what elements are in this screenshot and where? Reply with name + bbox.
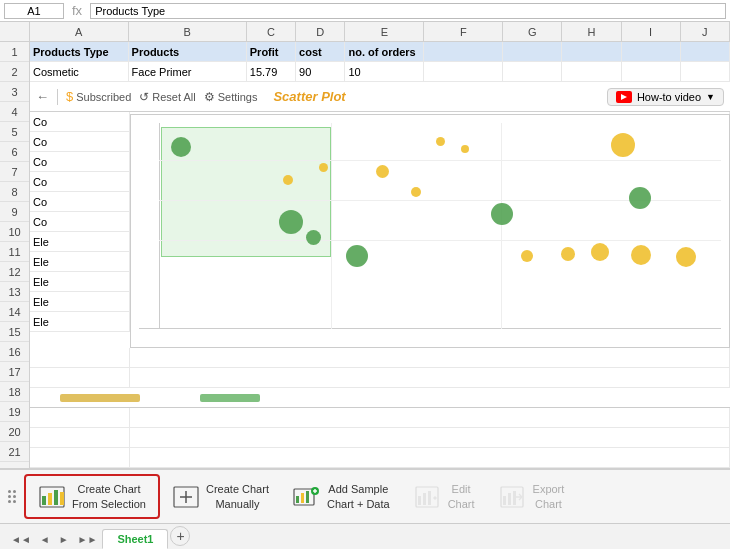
formula-input[interactable] xyxy=(90,3,726,19)
sheet-nav-prev[interactable]: ◄ xyxy=(37,533,53,546)
drag-dot xyxy=(13,495,16,498)
scroll-indicator-1 xyxy=(60,394,140,402)
add-sample-button[interactable]: Add SampleChart + Data xyxy=(281,476,402,517)
x-axis xyxy=(139,328,721,329)
grid-line-v2 xyxy=(501,123,502,329)
cell-a23[interactable] xyxy=(30,448,130,467)
row-num-14: 14 xyxy=(0,302,29,322)
cell-f2[interactable] xyxy=(424,62,503,81)
cell-a11[interactable]: Ele xyxy=(30,252,130,271)
drag-dot xyxy=(13,500,16,503)
svg-rect-16 xyxy=(418,496,421,505)
cell-a9[interactable]: Co xyxy=(30,212,130,231)
cell-a6[interactable]: Co xyxy=(30,152,130,171)
back-icon[interactable]: ← xyxy=(36,89,49,104)
row-num-18: 18 xyxy=(0,382,29,402)
cell-h1[interactable] xyxy=(562,42,621,61)
cell-c1[interactable]: Profit xyxy=(247,42,296,61)
cell-a14[interactable]: Ele xyxy=(30,312,130,331)
cell-a12[interactable]: Ele xyxy=(30,272,130,291)
cell-a4[interactable]: Co xyxy=(30,112,130,131)
cell-b1[interactable]: Products xyxy=(129,42,247,61)
col-header-j[interactable]: J xyxy=(681,22,730,41)
youtube-icon xyxy=(616,91,632,103)
cell-a19[interactable] xyxy=(30,368,130,387)
scatter-dot-16 xyxy=(629,187,651,209)
cell-i1[interactable] xyxy=(622,42,681,61)
cell-a21[interactable] xyxy=(30,408,130,427)
col-header-d[interactable]: D xyxy=(296,22,345,41)
scatter-dot-3 xyxy=(306,230,321,245)
reset-button[interactable]: ↺ Reset All xyxy=(139,90,195,104)
cell-i2[interactable] xyxy=(622,62,681,81)
cell-a10[interactable]: Ele xyxy=(30,232,130,251)
svg-rect-2 xyxy=(48,493,52,505)
grid-line-v1 xyxy=(331,123,332,329)
drag-handle[interactable] xyxy=(8,490,16,503)
svg-rect-9 xyxy=(296,496,299,503)
scatter-dot-11 xyxy=(491,203,513,225)
settings-button[interactable]: ⚙ Settings xyxy=(204,90,258,104)
row-numbers: 1 2 3 4 5 6 7 8 9 10 11 12 13 14 15 16 1… xyxy=(0,42,30,468)
cell-a7[interactable]: Co xyxy=(30,172,130,191)
sheet-nav-right[interactable]: ►► xyxy=(75,533,101,546)
col-header-b[interactable]: B xyxy=(129,22,247,41)
subscribed-button[interactable]: $ Subscribed xyxy=(66,89,131,104)
cell-d1[interactable]: cost xyxy=(296,42,345,61)
drag-dot xyxy=(8,490,11,493)
col-header-c[interactable]: C xyxy=(247,22,296,41)
col-header-f[interactable]: F xyxy=(424,22,503,41)
cell-b2[interactable]: Face Primer xyxy=(129,62,247,81)
cell-f1[interactable] xyxy=(424,42,503,61)
cell-a8[interactable]: Co xyxy=(30,192,130,211)
row-num-15: 15 xyxy=(0,322,29,342)
cell-c2[interactable]: 15.79 xyxy=(247,62,296,81)
cell-e1[interactable]: no. of orders xyxy=(345,42,424,61)
create-chart-manually-button[interactable]: Create ChartManually xyxy=(160,476,281,517)
export-chart-button[interactable]: ExportChart xyxy=(487,476,577,517)
name-box[interactable] xyxy=(4,3,64,19)
cell-j2[interactable] xyxy=(681,62,730,81)
cell-h2[interactable] xyxy=(562,62,621,81)
cell-a2[interactable]: Cosmetic xyxy=(30,62,129,81)
subscribed-icon: $ xyxy=(66,89,73,104)
add-sheet-button[interactable]: + xyxy=(170,526,190,546)
cell-a22[interactable] xyxy=(30,428,130,447)
svg-rect-4 xyxy=(60,492,64,505)
row-num-5: 5 xyxy=(0,122,29,142)
col-header-h[interactable]: H xyxy=(562,22,621,41)
reset-label: Reset All xyxy=(152,91,195,103)
how-to-button[interactable]: How-to video ▼ xyxy=(607,88,724,106)
cell-a13[interactable]: Ele xyxy=(30,292,130,311)
cell-e2[interactable]: 10 xyxy=(345,62,424,81)
cell-a18[interactable] xyxy=(30,348,130,367)
cell-g1[interactable] xyxy=(503,42,562,61)
col-header-a[interactable]: A xyxy=(30,22,129,41)
scatter-dot-1 xyxy=(171,137,191,157)
edit-chart-button[interactable]: EditChart xyxy=(402,476,487,517)
row-num-12: 12 xyxy=(0,262,29,282)
scatter-dot-18 xyxy=(676,247,696,267)
table-row xyxy=(30,408,730,428)
sheet-tab-sheet1[interactable]: Sheet1 xyxy=(102,529,168,549)
sheet-nav-left[interactable]: ◄◄ xyxy=(8,533,34,546)
col-header-i[interactable]: I xyxy=(622,22,681,41)
export-chart-label: ExportChart xyxy=(533,482,565,511)
reset-icon: ↺ xyxy=(139,90,149,104)
sheet-tabs: ◄◄ ◄ ► ►► Sheet1 + xyxy=(0,523,730,549)
cell-a1[interactable]: Products Type xyxy=(30,42,129,61)
sheet-nav-next[interactable]: ► xyxy=(56,533,72,546)
cells-area: Products Type Products Profit cost no. o… xyxy=(30,42,730,468)
cell-d2[interactable]: 90 xyxy=(296,62,345,81)
cell-j1[interactable] xyxy=(681,42,730,61)
col-header-g[interactable]: G xyxy=(503,22,562,41)
cell-rest-23 xyxy=(130,448,730,467)
cell-a5[interactable]: Co xyxy=(30,132,130,151)
scatter-dot-7 xyxy=(411,187,421,197)
create-chart-from-selection-button[interactable]: Create ChartFrom Selection xyxy=(24,474,160,519)
row-num-17: 17 xyxy=(0,362,29,382)
cell-g2[interactable] xyxy=(503,62,562,81)
scatter-dot-15 xyxy=(611,133,635,157)
grid-area: 1 2 3 4 5 6 7 8 9 10 11 12 13 14 15 16 1… xyxy=(0,42,730,468)
col-header-e[interactable]: E xyxy=(345,22,424,41)
